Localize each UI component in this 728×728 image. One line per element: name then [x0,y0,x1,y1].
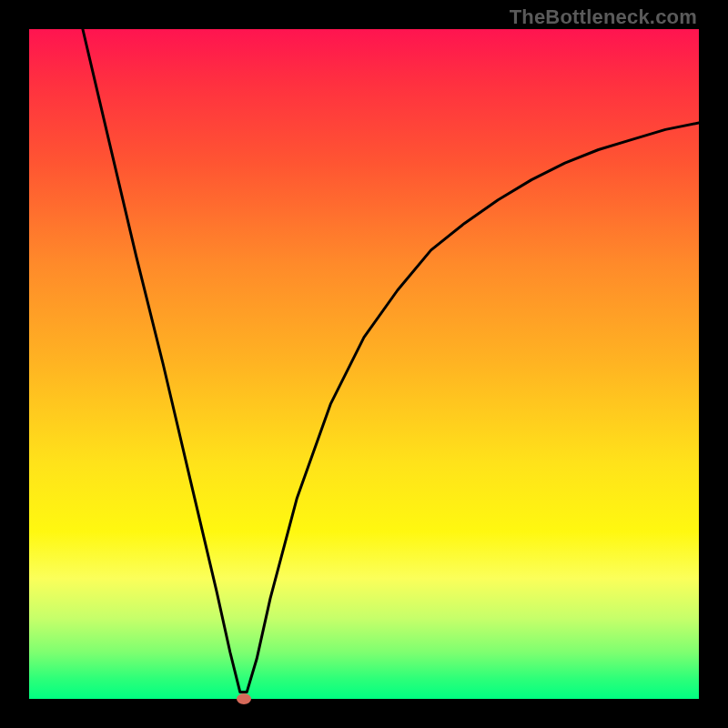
plot-area [29,29,699,699]
minimum-marker [237,693,251,704]
bottleneck-curve [29,29,699,699]
watermark-text: TheBottleneck.com [510,5,697,29]
chart-frame: TheBottleneck.com [0,0,728,728]
